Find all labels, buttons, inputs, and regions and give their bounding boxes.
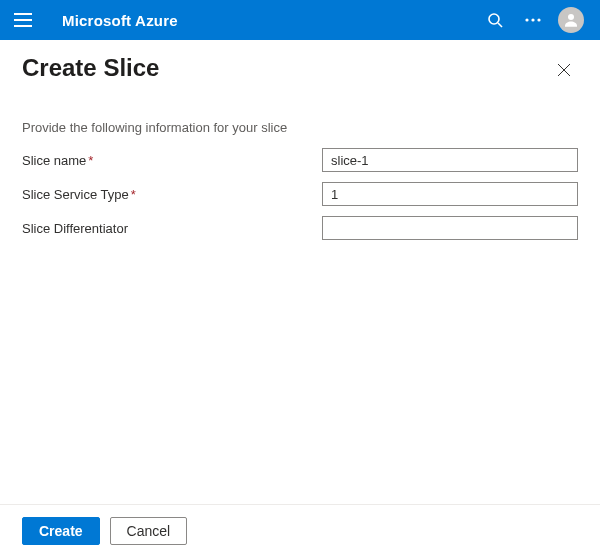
close-icon[interactable] <box>550 56 578 84</box>
azure-topbar: Microsoft Azure <box>0 0 600 40</box>
footer: Create Cancel <box>0 504 600 559</box>
svg-line-1 <box>498 23 502 27</box>
page-title: Create Slice <box>22 54 550 83</box>
required-indicator: * <box>88 153 93 168</box>
menu-icon[interactable] <box>14 11 32 29</box>
svg-point-3 <box>531 18 534 21</box>
form-intro: Provide the following information for yo… <box>22 120 578 135</box>
field-row-differentiator: Slice Differentiator <box>22 213 578 243</box>
form-area: Provide the following information for yo… <box>0 84 600 504</box>
cancel-button[interactable]: Cancel <box>110 517 188 545</box>
required-indicator: * <box>131 187 136 202</box>
service-type-input[interactable] <box>322 182 578 206</box>
svg-point-2 <box>525 18 528 21</box>
svg-point-5 <box>568 14 574 20</box>
svg-point-4 <box>537 18 540 21</box>
search-icon[interactable] <box>476 0 514 40</box>
account-avatar[interactable] <box>552 0 590 40</box>
more-icon[interactable] <box>514 0 552 40</box>
field-row-service-type: Slice Service Type* <box>22 179 578 209</box>
svg-point-0 <box>489 14 499 24</box>
service-type-label: Slice Service Type* <box>22 187 322 202</box>
differentiator-label: Slice Differentiator <box>22 221 322 236</box>
create-button[interactable]: Create <box>22 517 100 545</box>
slice-name-input[interactable] <box>322 148 578 172</box>
blade-header: Create Slice <box>0 40 600 84</box>
differentiator-input[interactable] <box>322 216 578 240</box>
field-row-slice-name: Slice name* <box>22 145 578 175</box>
avatar-icon <box>558 7 584 33</box>
slice-name-label: Slice name* <box>22 153 322 168</box>
brand-label: Microsoft Azure <box>62 12 178 29</box>
